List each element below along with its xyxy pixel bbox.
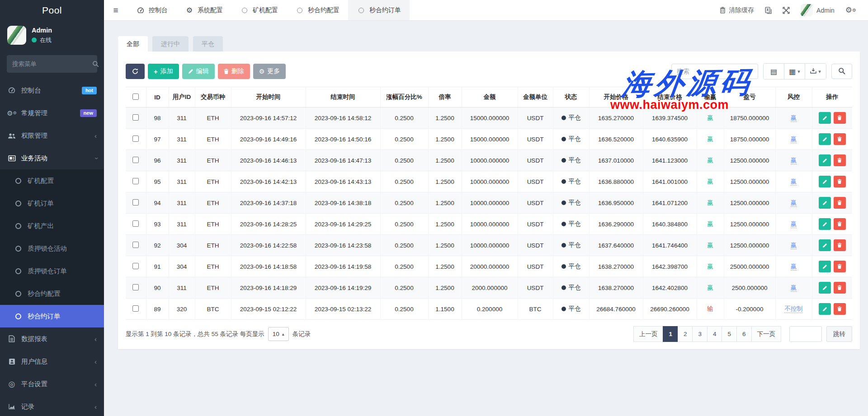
sidebar-item-用户信息[interactable]: 用户信息‹	[0, 350, 104, 373]
row-delete-button[interactable]	[834, 133, 846, 145]
row-edit-button[interactable]	[819, 197, 831, 209]
more-button[interactable]: ⚙ 更多	[253, 64, 286, 79]
row-delete-button[interactable]	[834, 112, 846, 124]
row-delete-button[interactable]	[834, 303, 846, 315]
delete-button[interactable]: 删除	[218, 64, 250, 79]
top-tab-矿机配置[interactable]: 矿机配置	[231, 0, 287, 20]
page-button-5[interactable]: 5	[722, 326, 737, 342]
i18n-icon[interactable]	[765, 7, 772, 14]
sidebar-item-权限管理[interactable]: 权限管理‹	[0, 124, 104, 147]
search-icon[interactable]	[92, 61, 99, 67]
page-button-1[interactable]: 1	[663, 326, 678, 342]
cell-start_time: 2023-09-16 14:42:13	[231, 171, 306, 192]
sidebar-subitem-秒合约订单[interactable]: 秒合约订单	[0, 305, 104, 327]
row-checkbox[interactable]	[132, 242, 139, 248]
top-tab-系统配置[interactable]: ⚙系统配置	[176, 0, 231, 20]
detail-view-button[interactable]: ▤	[764, 64, 784, 79]
row-edit-button[interactable]	[819, 112, 831, 124]
page-button-6[interactable]: 6	[736, 326, 752, 342]
sidebar-subitem-矿机产出[interactable]: 矿机产出	[0, 215, 104, 237]
cell-status: 平仓	[553, 256, 589, 277]
table-search-input[interactable]	[671, 64, 758, 79]
export-button[interactable]: ▾	[805, 64, 826, 79]
filter-tab-all[interactable]: 全部	[118, 36, 148, 51]
row-checkbox[interactable]	[132, 305, 139, 312]
sidebar-search-input[interactable]	[12, 61, 92, 67]
sidebar-subitem-秒合约配置[interactable]: 秒合约配置	[0, 282, 104, 305]
page-button-下一页[interactable]: 下一页	[751, 326, 782, 342]
risk-control-link[interactable]: 赢	[791, 114, 797, 122]
page-button-4[interactable]: 4	[707, 326, 722, 342]
filter-tab-in-progress[interactable]: 进行中	[152, 36, 189, 51]
page-size-select[interactable]: 10 ▴	[268, 327, 289, 341]
select-all-checkbox[interactable]	[132, 93, 139, 100]
row-checkbox[interactable]	[132, 263, 139, 269]
row-delete-button[interactable]	[834, 261, 846, 272]
row-edit-button[interactable]	[819, 239, 831, 251]
page-button-上一页[interactable]: 上一页	[633, 326, 664, 342]
search-submit-button[interactable]	[831, 64, 852, 79]
risk-control-link[interactable]: 赢	[791, 199, 797, 207]
top-tab-控制台[interactable]: 控制台	[127, 0, 176, 20]
filter-tab-closed[interactable]: 平仓	[193, 36, 223, 51]
sidebar-subitem-质押锁仓订单[interactable]: 质押锁仓订单	[0, 260, 104, 282]
sidebar-item-平台设置[interactable]: ◎平台设置‹	[0, 373, 104, 395]
risk-control-link[interactable]: 赢	[791, 178, 797, 186]
fullscreen-icon[interactable]	[783, 7, 790, 14]
risk-control-link[interactable]: 赢	[791, 263, 797, 271]
risk-control-link[interactable]: 赢	[791, 220, 797, 228]
row-delete-button[interactable]	[834, 197, 846, 209]
clear-cache-button[interactable]: 清除缓存	[720, 6, 754, 14]
jump-page-input[interactable]	[789, 326, 822, 342]
sidebar-item-业务活动[interactable]: 业务活动‹	[0, 147, 104, 169]
settings-gears-icon[interactable]: ⚙⚙	[845, 5, 856, 15]
row-checkbox[interactable]	[132, 136, 139, 142]
topbar-user[interactable]: Admin	[801, 4, 835, 16]
sidebar-item-数据报表[interactable]: 数据报表‹	[0, 327, 104, 350]
row-checkbox[interactable]	[132, 220, 139, 227]
row-edit-button[interactable]	[819, 154, 831, 166]
cell-end_time: 2023-09-16 14:23:58	[306, 235, 380, 256]
page-button-2[interactable]: 2	[678, 326, 693, 342]
risk-control-link[interactable]: 赢	[791, 284, 797, 292]
top-tab-秒合约配置[interactable]: 秒合约配置	[287, 0, 348, 20]
cell-start_time: 2023-09-16 14:22:58	[231, 235, 306, 256]
sidebar-subitem-矿机订单[interactable]: 矿机订单	[0, 192, 104, 215]
row-edit-button[interactable]	[819, 261, 831, 272]
row-checkbox[interactable]	[132, 199, 139, 206]
sidebar-subitem-质押锁仓活动[interactable]: 质押锁仓活动	[0, 237, 104, 260]
row-edit-button[interactable]	[819, 176, 831, 187]
hamburger-menu-icon[interactable]: ≡	[104, 5, 127, 15]
sidebar-subitem-矿机配置[interactable]: 矿机配置	[0, 169, 104, 192]
row-delete-button[interactable]	[834, 282, 846, 294]
row-delete-button[interactable]	[834, 239, 846, 251]
row-checkbox[interactable]	[132, 157, 139, 163]
risk-control-link[interactable]: 不控制	[784, 305, 803, 313]
row-edit-button[interactable]	[819, 282, 831, 294]
row-checkbox[interactable]	[132, 284, 139, 290]
row-checkbox[interactable]	[132, 114, 139, 121]
cell-start_price: 1637.640000	[589, 235, 643, 256]
row-delete-button[interactable]	[834, 176, 846, 187]
row-edit-button[interactable]	[819, 218, 831, 230]
jump-button[interactable]: 跳转	[826, 326, 852, 342]
row-edit-button[interactable]	[819, 303, 831, 315]
columns-button[interactable]: ▦▾	[784, 64, 805, 79]
sidebar-item-控制台[interactable]: 控制台hot	[0, 79, 104, 102]
risk-control-link[interactable]: 赢	[791, 157, 797, 164]
risk-control-link[interactable]: 赢	[791, 242, 797, 249]
page-button-3[interactable]: 3	[692, 326, 708, 342]
add-button[interactable]: + 添加	[148, 64, 179, 79]
cell-actions	[812, 277, 852, 299]
row-edit-button[interactable]	[819, 133, 831, 145]
status-dot-icon	[561, 307, 566, 311]
risk-control-link[interactable]: 赢	[791, 136, 797, 143]
sidebar-item-记录[interactable]: 记录‹	[0, 395, 104, 416]
edit-button[interactable]: 编辑	[182, 64, 215, 79]
row-delete-button[interactable]	[834, 218, 846, 230]
sidebar-item-常规管理[interactable]: ⚙⚙常规管理new	[0, 102, 104, 124]
row-checkbox[interactable]	[132, 178, 139, 184]
refresh-button[interactable]	[126, 64, 145, 79]
row-delete-button[interactable]	[834, 154, 846, 166]
top-tab-秒合约订单[interactable]: 秒合约订单	[348, 0, 410, 20]
